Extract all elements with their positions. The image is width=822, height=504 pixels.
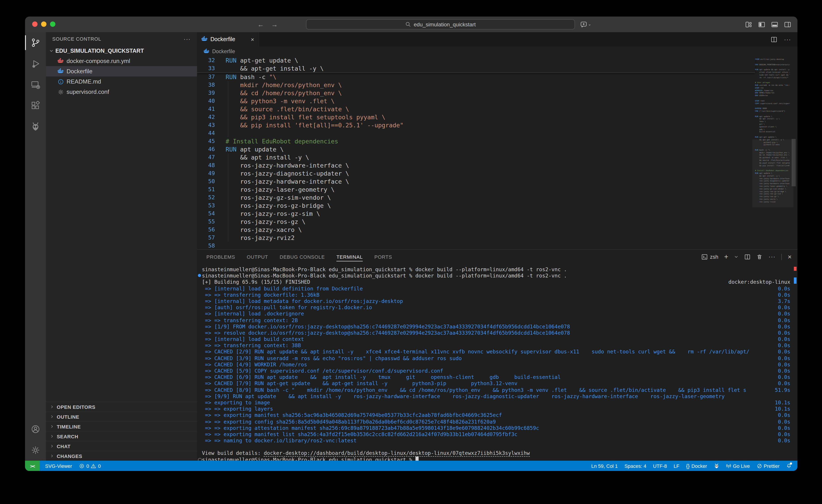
terminal-row: => => exporting config sha256:8a5d5b0d49… [197,418,797,425]
status-item-prettier[interactable]: Prettier [757,463,780,469]
panel-tab-ports[interactable]: PORTS [374,250,392,264]
activity-item-run-and-debug[interactable] [25,53,46,74]
sidebar-section-search[interactable]: SEARCH [46,431,197,441]
panel-tab-debug-console[interactable]: DEBUG CONSOLE [280,250,325,264]
code-editor[interactable]: 32RUN apt-get update \33 && apt-get inst… [197,56,797,249]
sidebar-section-chat[interactable]: CHAT [46,441,197,451]
activity-item-settings[interactable] [25,440,46,461]
status-item-notifications[interactable] [786,463,792,469]
problems-status-item[interactable]: 0 0 [79,463,101,469]
kill-terminal-icon[interactable] [756,254,763,260]
build-details-link[interactable]: docker-desktop://dashboard/build/desktop… [264,450,530,456]
code-text: RUN bash -c "\ [215,73,277,81]
terminal-dropdown-icon[interactable] [734,255,739,259]
minimap-line: python3.12-venv [755,144,790,146]
minimap-line: USER ros [755,87,790,89]
terminal-row: => => resolve docker.io/osrf/ros:jazzy-d… [197,330,797,336]
minimap-line: RUN bash -c "\ [755,149,790,151]
activity-item-source-control[interactable] [25,32,46,53]
account-icon [31,425,40,434]
minimap-line: FROM osrf/ros:jazzy-desktop [755,58,790,61]
terminal-output[interactable]: sinasteinmueller@Sinas-MacBook-Pro-Black… [197,266,797,461]
minimap[interactable]: FROM osrf/ros:jazzy-desktopENV DEBIAN_FR… [755,58,790,203]
status-item-indentation[interactable]: Spaces: 4 [625,463,647,469]
command-center[interactable]: edu_simulation_quickstart [306,19,575,29]
more-actions-icon[interactable]: ··· [768,254,776,260]
more-actions-icon[interactable]: ··· [183,35,191,42]
terminal-row: => => transferring context: 38B0.0s [197,343,797,349]
chevron-right-icon [50,454,54,458]
remote-indicator[interactable]: >< [25,461,40,471]
tree-item-dockerfile[interactable]: Dockerfile [46,66,197,76]
code-text: ros-jazzy-gz-sim-vendor \ [215,193,331,201]
tab-dockerfile[interactable]: Dockerfile × [197,32,259,46]
line-number: 57 [197,234,215,242]
panel-tab-problems[interactable]: PROBLEMS [207,250,235,264]
sidebar-section-outline[interactable]: OUTLINE [46,412,197,421]
new-terminal-icon[interactable]: + [724,253,728,261]
tree-item-readme-md[interactable]: README.md [46,76,197,87]
activity-item-accounts[interactable] [25,419,46,440]
panel-header: PROBLEMSOUTPUTDEBUG CONSOLETERMINALPORTS… [197,250,797,264]
code-line: 56 ros-jazzy-xacro \ [197,225,797,234]
status-item-label: Docker [692,463,707,469]
close-window-button[interactable] [32,21,37,27]
command-success-icon [198,274,201,277]
back-icon[interactable]: ← [257,21,264,28]
minimize-window-button[interactable] [41,21,46,27]
forward-icon[interactable]: → [271,21,278,28]
terminal-text: => => naming to docker.io/library/ros2-v… [202,437,357,444]
panel-tab-terminal[interactable]: TERMINAL [336,250,363,264]
tree-item-supervisord-conf[interactable]: supervisord.conf [46,87,197,97]
tree-root-repo[interactable]: EDU_SIMULATION_QUICKSTART [46,46,197,56]
code-text [215,129,226,137]
activity-item-robot-extension[interactable] [25,116,46,137]
close-panel-icon[interactable]: × [788,253,792,261]
breadcrumb[interactable]: Dockerfile [197,46,797,56]
status-item-encoding[interactable]: UTF-8 [653,463,667,469]
branch-icon [31,38,40,47]
terminal-row: => CACHED [8/9] RUN bash -c " mkdir /hom… [197,387,797,393]
code-line: 51 ros-jazzy-laser-geometry \ [197,185,797,193]
status-item-language-mode[interactable]: {}Docker [686,463,707,469]
chevron-down-icon [49,48,54,53]
panel-tab-output[interactable]: OUTPUT [247,250,268,264]
close-tab-icon[interactable]: × [251,36,254,43]
terminal-row: => [internal] load metadata for docker.i… [197,298,797,304]
toggle-sidebar-icon[interactable] [758,21,765,28]
status-item-eol[interactable]: LF [674,463,680,469]
terminal-text: => CACHED [2/9] RUN apt update && apt in… [202,349,749,355]
terminal-text: => CACHED [7/9] RUN apt-get update && ap… [202,381,517,387]
minimap-line: ros-jazzy-diagnostic-updater \ [755,180,790,182]
chevron-right-icon [50,425,54,429]
terminal-shell-item[interactable]: zsh [701,254,718,260]
line-number: 44 [197,129,215,137]
activity-item-extensions[interactable] [25,95,46,116]
minimap-line: && apt install -y \ [755,175,790,177]
toggle-panel-icon[interactable] [771,21,778,28]
status-item-copilot[interactable] [714,463,719,469]
split-terminal-icon[interactable] [744,254,751,260]
sidebar-section-timeline[interactable]: TIMELINE [46,421,197,431]
editor-scrollbar[interactable] [792,139,796,186]
terminal-error-mark [794,267,797,271]
sidebar-section-open-editors[interactable]: OPEN EDITORS [46,402,197,412]
minimap-line: && source .flet/bin/activate \ [755,159,790,162]
status-item-go-live[interactable]: Go Live [726,463,750,469]
status-item-cursor-position[interactable]: Ln 59, Col 1 [591,463,618,469]
more-actions-icon[interactable]: ··· [784,36,791,43]
sidebar-section-changes[interactable]: CHANGES [46,451,197,461]
customize-layout-icon[interactable] [745,21,752,28]
zoom-window-button[interactable] [50,21,55,27]
app-status-item[interactable]: SVG-Viewer [45,463,72,469]
braces-icon: {} [686,463,690,469]
activity-item-remote-explorer[interactable] [25,74,46,95]
indent-guide [228,81,228,89]
split-editor-icon[interactable] [771,36,777,43]
tree-item-docker-compose-run-yml[interactable]: docker-compose.run.yml [46,56,197,66]
tree-item-label: Dockerfile [67,68,92,75]
notification-badge [790,462,792,464]
indent-guide [228,153,228,161]
copilot-button[interactable]: ⌄ [580,19,591,29]
toggle-secondary-sidebar-icon[interactable] [784,21,791,28]
